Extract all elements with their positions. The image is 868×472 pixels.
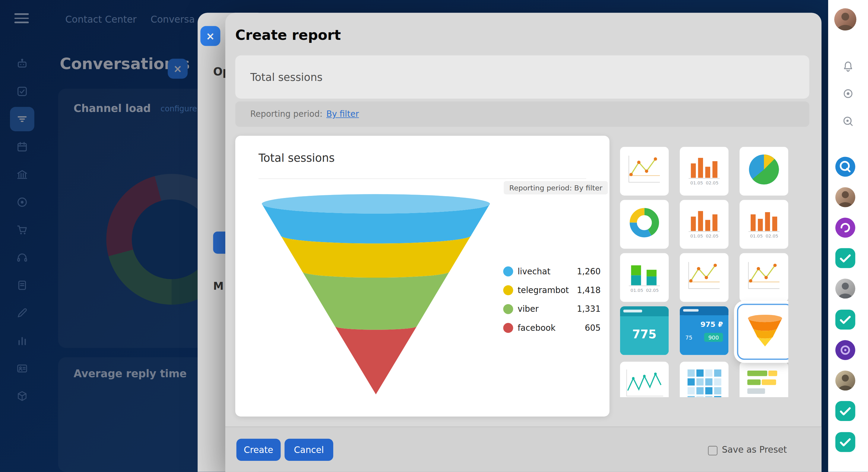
close-options-button[interactable]: ×: [200, 26, 220, 46]
preview-chart-title: Total sessions: [258, 151, 335, 165]
by-filter-link[interactable]: By filter: [326, 109, 359, 119]
search-icon[interactable]: [841, 115, 855, 128]
modal-title: Create report: [235, 27, 341, 43]
bell-icon[interactable]: [841, 60, 855, 73]
tile-axis-label: 01.05: [750, 233, 763, 238]
channel-avatar-photo[interactable]: [835, 278, 855, 298]
chart-type-tile-donut[interactable]: [620, 200, 669, 249]
screen: Contact Center Conversa Conversation s ×: [0, 0, 868, 472]
reporting-period-label: Reporting period:: [250, 109, 323, 119]
chart-type-tile-bars[interactable]: 01.0502.05: [740, 200, 788, 249]
options-partial-text-2: M: [213, 280, 224, 292]
metric-chip: 900: [708, 334, 719, 341]
legend-label: facebook: [518, 323, 556, 333]
funnel-band-viber: [302, 271, 450, 329]
user-avatar[interactable]: [834, 8, 856, 30]
chart-type-tile-line[interactable]: [680, 253, 728, 302]
legend-value: 1,418: [577, 285, 601, 295]
chart-type-tile-metric-blue[interactable]: 975 ₽75900: [680, 306, 728, 355]
legend-dot-livechat: [503, 266, 513, 276]
channel-avatar-photo[interactable]: [835, 371, 855, 390]
target-icon[interactable]: [841, 87, 855, 100]
legend-value: 1,260: [577, 266, 601, 276]
legend-label: telegrambot: [518, 285, 569, 295]
legend-row-facebook: facebook 605: [503, 321, 600, 335]
channel-avatar-teal-check[interactable]: [835, 248, 855, 268]
channel-avatar-blue-logo[interactable]: [835, 157, 855, 177]
metric-value: 775: [632, 327, 656, 341]
funnel-band-facebook: [335, 326, 417, 394]
chart-type-tile-bars[interactable]: 01.0502.05: [680, 200, 728, 249]
tile-axis-label: 02.05: [766, 233, 778, 238]
chart-type-tile-heatmap[interactable]: [680, 362, 728, 397]
save-preset-checkbox[interactable]: [708, 446, 717, 455]
save-preset-label: Save as Preset: [722, 444, 787, 455]
chart-type-tile-stacked-bars[interactable]: 01.0502.05: [620, 253, 669, 302]
channel-avatar-teal-check[interactable]: [835, 432, 855, 452]
legend-value: 1,331: [577, 304, 601, 314]
metric-value: 975 ₽: [700, 320, 723, 329]
tile-axis-label: 01.05: [690, 180, 703, 185]
chart-type-tile-h-bars[interactable]: [740, 362, 788, 397]
chart-type-tile-line[interactable]: [620, 147, 669, 196]
tile-axis-label: 02.05: [646, 288, 659, 293]
divider: [258, 178, 586, 179]
channel-avatar-photo[interactable]: [835, 187, 855, 207]
legend-dot-viber: [503, 304, 513, 314]
right-rail: [828, 0, 868, 472]
channel-avatar-teal-check[interactable]: [835, 309, 855, 329]
chart-type-tile-line[interactable]: [740, 253, 788, 302]
funnel-chart: [257, 193, 495, 399]
legend-label: viber: [518, 304, 539, 314]
legend-row-viber: viber 1,331: [503, 302, 600, 316]
reporting-period-pill: Reporting period: By filter: [504, 181, 608, 194]
legend-dot-telegrambot: [503, 285, 513, 295]
chart-type-tile-bars[interactable]: 01.0502.05: [680, 147, 728, 196]
legend-label: livechat: [518, 266, 550, 276]
chart-type-tile-zigzag[interactable]: [620, 362, 669, 397]
chart-type-tile-pie[interactable]: [740, 147, 788, 196]
chart-type-grid: 01.0502.05 01.0502.05 01.0502.05 01.0502…: [620, 147, 788, 397]
legend-row-livechat: livechat 1,260: [503, 265, 600, 278]
metric-chip: 75: [685, 334, 692, 341]
tile-axis-label: 01.05: [631, 288, 643, 293]
funnel-top-rim-highlight: [262, 194, 490, 213]
cancel-button[interactable]: Cancel: [284, 439, 333, 461]
modal-footer: Create Cancel Save as Preset: [225, 426, 822, 472]
report-name-input[interactable]: [235, 56, 809, 99]
reporting-period-row: Reporting period: By filter: [235, 101, 809, 127]
tile-axis-label: 01.05: [690, 233, 703, 238]
legend-dot-facebook: [503, 323, 513, 333]
tile-axis-label: 02.05: [706, 180, 718, 185]
create-button[interactable]: Create: [237, 439, 281, 461]
channel-avatar-purple-ring[interactable]: [835, 340, 855, 360]
report-preview-card: Total sessions Reporting period: By filt…: [235, 136, 610, 417]
chart-legend: livechat 1,260 telegrambot 1,418 viber 1…: [503, 265, 600, 340]
chart-type-tile-metric-teal[interactable]: 775: [620, 306, 669, 355]
channel-avatar-teal-check[interactable]: [835, 401, 855, 421]
legend-row-telegrambot: telegrambot 1,418: [503, 284, 600, 297]
tile-axis-label: 02.05: [706, 233, 718, 238]
create-report-modal: Create report Reporting period: By filte…: [225, 13, 822, 472]
chart-type-tile-funnel-selected[interactable]: [737, 304, 788, 360]
channel-avatar-purple-logo[interactable]: [835, 217, 855, 237]
legend-value: 605: [585, 323, 601, 333]
